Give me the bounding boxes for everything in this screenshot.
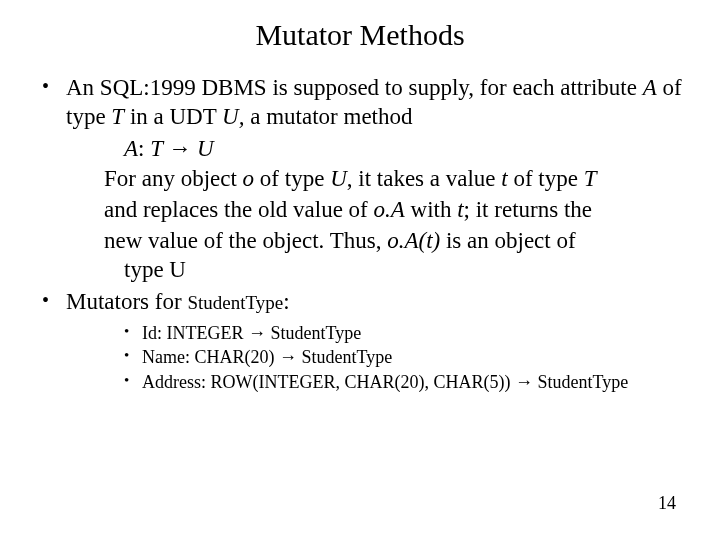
slide-title: Mutator Methods xyxy=(38,18,682,52)
inner-list: Id: INTEGER → StudentType Name: CHAR(20)… xyxy=(66,321,682,394)
text: : xyxy=(283,289,289,314)
arrow-icon: → xyxy=(248,323,266,343)
text: An SQL:1999 DBMS is supposed to supply, … xyxy=(66,75,643,100)
mutator-method-term: mutator method xyxy=(266,104,412,129)
text: new value of the object. Thus, xyxy=(104,228,387,253)
sig-T: T xyxy=(150,136,168,161)
text: with xyxy=(405,197,457,222)
para-line-2: and replaces the old value of o.A with t… xyxy=(66,196,682,225)
var-T: T xyxy=(584,166,597,191)
sig-U: U xyxy=(197,136,214,161)
var-oAt: o.A(t) xyxy=(387,228,440,253)
var-U: U xyxy=(330,166,347,191)
var-U: U, xyxy=(222,104,244,129)
inner-item-2: Name: CHAR(20) → StudentType xyxy=(124,345,682,369)
text: , it takes a value xyxy=(347,166,502,191)
para-line-1: For any object o of type U, it takes a v… xyxy=(66,165,682,194)
text: a xyxy=(244,104,266,129)
var-A: A xyxy=(643,75,657,100)
text: Name: CHAR(20) xyxy=(142,347,279,367)
arrow-icon: → xyxy=(168,135,191,161)
text: Id: INTEGER xyxy=(142,323,248,343)
text: is an object of xyxy=(440,228,575,253)
text: Address: ROW(INTEGER, CHAR(20), CHAR(5)) xyxy=(142,372,515,392)
text: ; it returns the xyxy=(464,197,592,222)
inner-item-1: Id: INTEGER → StudentType xyxy=(124,321,682,345)
student-type: StudentType xyxy=(187,292,283,313)
slide: Mutator Methods An SQL:1999 DBMS is supp… xyxy=(0,0,720,540)
para-line-4: type U xyxy=(66,256,682,285)
text: of type xyxy=(254,166,330,191)
page-number: 14 xyxy=(658,493,676,514)
bullet-list: An SQL:1999 DBMS is supposed to supply, … xyxy=(38,74,682,394)
text: StudentType xyxy=(266,323,361,343)
signature-line: A: T → U xyxy=(66,134,682,164)
var-T: T xyxy=(111,104,124,129)
bullet-2: Mutators for StudentType: Id: INTEGER → … xyxy=(38,288,682,394)
bullet-1: An SQL:1999 DBMS is supposed to supply, … xyxy=(38,74,682,284)
text: StudentType xyxy=(533,372,628,392)
arrow-icon: → xyxy=(515,372,533,392)
text: and replaces the old value of xyxy=(104,197,374,222)
text: StudentType xyxy=(297,347,392,367)
sig-colon: : xyxy=(138,136,150,161)
para-line-3: new value of the object. Thus, o.A(t) is… xyxy=(66,227,682,256)
text: Mutators for xyxy=(66,289,187,314)
inner-item-3: Address: ROW(INTEGER, CHAR(20), CHAR(5))… xyxy=(124,370,682,394)
text: in a UDT xyxy=(124,104,222,129)
sig-A: A xyxy=(124,136,138,161)
var-o: o xyxy=(243,166,255,191)
text: of type xyxy=(508,166,584,191)
text: For any object xyxy=(104,166,243,191)
var-oA: o.A xyxy=(374,197,405,222)
arrow-icon: → xyxy=(279,347,297,367)
